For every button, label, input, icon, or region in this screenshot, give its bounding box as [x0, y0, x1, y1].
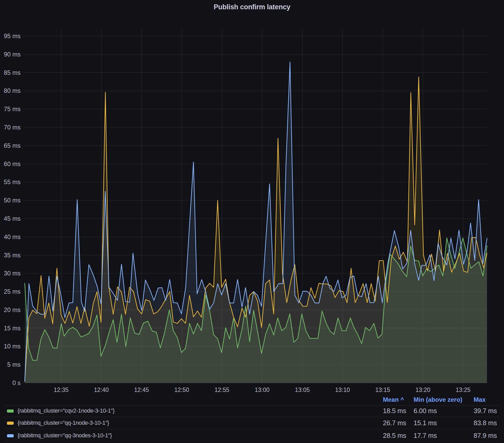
svg-text:5 ms: 5 ms [7, 361, 21, 368]
svg-text:12:50: 12:50 [174, 387, 189, 393]
svg-text:12:45: 12:45 [134, 387, 149, 393]
svg-text:13:25: 13:25 [456, 387, 471, 393]
svg-text:13:00: 13:00 [255, 387, 270, 393]
svg-text:40 ms: 40 ms [4, 233, 21, 240]
svg-text:75 ms: 75 ms [4, 105, 21, 112]
svg-text:10 ms: 10 ms [4, 343, 21, 350]
svg-text:65 ms: 65 ms [4, 142, 21, 149]
svg-text:90 ms: 90 ms [4, 51, 21, 58]
svg-text:12:35: 12:35 [54, 387, 69, 393]
svg-text:15 ms: 15 ms [4, 325, 21, 332]
svg-text:0 s: 0 s [12, 379, 21, 386]
svg-text:35 ms: 35 ms [4, 252, 21, 259]
svg-text:95 ms: 95 ms [4, 32, 21, 39]
svg-text:12:55: 12:55 [215, 387, 230, 393]
svg-text:70 ms: 70 ms [4, 124, 21, 131]
svg-text:13:10: 13:10 [335, 387, 350, 393]
svg-text:25 ms: 25 ms [4, 288, 21, 295]
svg-text:20 ms: 20 ms [4, 306, 21, 313]
svg-text:80 ms: 80 ms [4, 87, 21, 94]
svg-text:13:05: 13:05 [295, 387, 310, 393]
svg-text:13:20: 13:20 [416, 387, 431, 393]
svg-text:50 ms: 50 ms [4, 197, 21, 204]
svg-text:60 ms: 60 ms [4, 160, 21, 167]
svg-text:30 ms: 30 ms [4, 270, 21, 277]
svg-text:13:15: 13:15 [375, 387, 390, 393]
svg-text:45 ms: 45 ms [4, 215, 21, 222]
svg-text:85 ms: 85 ms [4, 69, 21, 76]
svg-text:55 ms: 55 ms [4, 178, 21, 185]
svg-text:12:40: 12:40 [94, 387, 109, 393]
